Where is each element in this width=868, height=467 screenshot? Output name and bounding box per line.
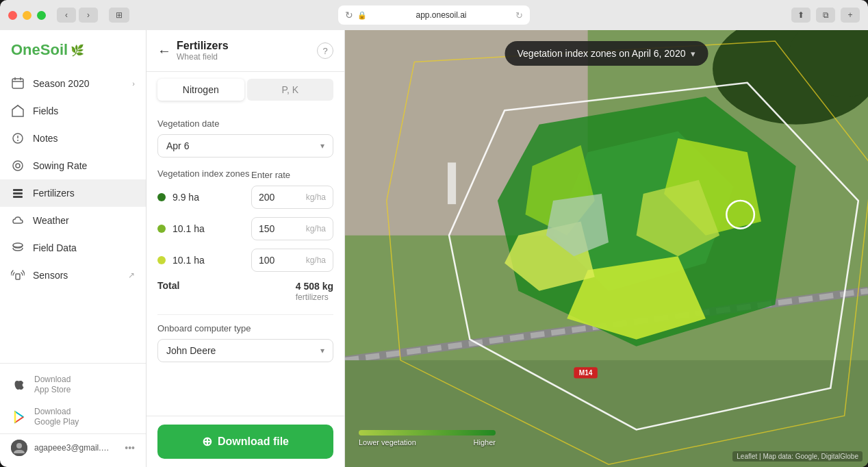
sidebar-item-sowing-rate[interactable]: Sowing Rate	[0, 152, 146, 179]
rate-value-3: 100	[259, 255, 302, 266]
svg-text:M14: M14	[579, 369, 593, 377]
field-data-icon	[11, 241, 25, 255]
sidebar-logo: OneSoil 🌿	[0, 30, 146, 67]
download-btn-icon: ⊕	[202, 434, 212, 449]
tab-pk[interactable]: P, K	[247, 79, 334, 101]
vegetation-date-dropdown[interactable]: Apr 6 ▾	[157, 134, 333, 157]
sidebar-navigation: Season 2020 › Fields Notes	[0, 67, 146, 363]
zone-dot-2	[157, 225, 166, 233]
sidebar: OneSoil 🌿 Season 2020 › Fields	[0, 30, 146, 467]
google-play-icon	[11, 409, 27, 425]
dropdown-arrow-icon: ▾	[320, 141, 324, 151]
rate-unit-3: kg/ha	[306, 255, 326, 265]
rate-input-3[interactable]: 100 kg/ha	[251, 249, 333, 272]
svg-point-20	[16, 443, 22, 449]
tab-nitrogen[interactable]: Nitrogen	[157, 79, 244, 101]
close-button[interactable]	[8, 11, 17, 20]
svg-point-7	[17, 140, 18, 141]
zone-row-2: 10.1 ha 150 kg/ha	[157, 217, 333, 240]
fertilizers-icon	[11, 186, 25, 200]
map-pill-label: Vegetation index zones on April 6, 2020	[518, 48, 686, 59]
tabs-button[interactable]: ⧉	[816, 8, 835, 23]
sidebar-item-fields[interactable]: Fields	[0, 97, 146, 125]
panel-content: Vegetation date Apr 6 ▾ Vegetation index…	[146, 108, 344, 416]
download-googleplay[interactable]: Download Google Play	[0, 401, 146, 433]
logo-text: OneSoil	[11, 41, 68, 59]
back-arrow-icon[interactable]: ←	[157, 43, 171, 59]
reload-icon[interactable]: ↻	[345, 10, 353, 21]
forward-button[interactable]: ›	[79, 8, 98, 23]
fullscreen-button[interactable]	[37, 11, 46, 20]
zone-row-1: 9.9 ha 200 kg/ha	[157, 186, 333, 209]
rate-input-1[interactable]: 200 kg/ha	[251, 186, 333, 209]
panel-title: Fertilizers	[177, 40, 317, 52]
sidebar-item-season[interactable]: Season 2020 ›	[0, 70, 146, 97]
zone-row-3: 10.1 ha 100 kg/ha	[157, 249, 333, 272]
sidebar-footer: Download App Store Download Google Play	[0, 363, 146, 467]
rate-unit-2: kg/ha	[306, 224, 326, 233]
calendar-icon	[11, 77, 25, 90]
minimize-button[interactable]	[23, 11, 31, 20]
share-button[interactable]: ⬆	[791, 8, 810, 23]
zones-header: Vegetation index zones Enter rate	[157, 168, 333, 180]
map-legend: Lower vegetation Higher	[359, 430, 496, 446]
logo-leaf-icon: 🌿	[71, 44, 84, 57]
onboard-computer-dropdown[interactable]: John Deere ▾	[157, 339, 333, 362]
user-menu-icon[interactable]: •••	[125, 442, 135, 453]
vegetation-date-label: Vegetation date	[157, 118, 333, 129]
sidebar-label-sensors: Sensors	[33, 270, 120, 281]
sidebar-label-season: Season 2020	[33, 78, 124, 89]
sidebar-item-sensors[interactable]: Sensors ↗	[0, 262, 146, 289]
svg-line-17	[15, 417, 23, 422]
sidebar-item-fertilizers[interactable]: Fertilizers	[0, 179, 146, 207]
panel-header: ← Fertilizers Wheat field ?	[146, 30, 344, 72]
legend-lower-label: Lower vegetation	[359, 438, 416, 446]
download-file-button[interactable]: ⊕ Download file	[157, 425, 333, 459]
user-avatar	[11, 440, 27, 456]
fields-icon	[11, 104, 25, 118]
svg-point-9	[16, 164, 20, 168]
map-area[interactable]: M14 Vegetation index zones on April 6, 2…	[345, 30, 868, 467]
svg-rect-11	[13, 192, 23, 194]
rate-unit-1: kg/ha	[306, 192, 326, 202]
total-value: 4 508 kg	[296, 280, 333, 292]
download-appstore[interactable]: Download App Store	[0, 369, 146, 401]
sidebar-item-notes[interactable]: Notes	[0, 125, 146, 152]
appstore-label-top: Download	[34, 375, 71, 386]
sidebar-toggle[interactable]: ⊞	[109, 8, 129, 23]
svg-rect-12	[13, 196, 23, 198]
chevron-right-icon: ›	[132, 79, 135, 88]
sensors-icon	[11, 268, 25, 282]
svg-line-16	[15, 412, 23, 417]
titlebar-right: ⬆ ⧉ +	[791, 8, 860, 23]
back-button[interactable]: ‹	[57, 8, 76, 23]
legend-labels: Lower vegetation Higher	[359, 438, 496, 446]
map-pill[interactable]: Vegetation index zones on April 6, 2020 …	[505, 41, 709, 66]
help-button[interactable]: ?	[317, 42, 333, 59]
sidebar-item-field-data[interactable]: Field Data	[0, 234, 146, 262]
address-bar[interactable]: ↻ 🔒 app.onesoil.ai ↻	[338, 5, 530, 25]
lock-icon: 🔒	[357, 11, 367, 20]
appstore-label-bottom: App Store	[34, 385, 71, 396]
onboard-computer-value: John Deere	[166, 345, 216, 356]
traffic-lights	[8, 11, 46, 20]
app-body: OneSoil 🌿 Season 2020 › Fields	[0, 30, 868, 467]
user-profile[interactable]: agapeee3@gmail.… •••	[0, 433, 146, 462]
sidebar-label-sowing: Sowing Rate	[33, 160, 135, 171]
panel-subtitle: Wheat field	[177, 52, 317, 62]
computer-dropdown-arrow-icon: ▾	[320, 346, 324, 355]
map-attribution: Leaflet | Map data: Google, DigitalGlobe	[732, 451, 863, 462]
reload-right-icon[interactable]: ↻	[515, 10, 523, 21]
sidebar-item-weather[interactable]: Weather	[0, 207, 146, 234]
vegetation-date-value: Apr 6	[166, 140, 189, 151]
total-label: Total	[157, 280, 296, 291]
sidebar-label-field-data: Field Data	[33, 242, 135, 253]
svg-point-13	[13, 243, 23, 247]
rate-input-2[interactable]: 150 kg/ha	[251, 217, 333, 240]
external-link-icon: ↗	[128, 270, 135, 280]
googleplay-text: Download Google Play	[34, 407, 79, 428]
titlebar: ‹ › ⊞ ↻ 🔒 app.onesoil.ai ↻ ⬆ ⧉ +	[0, 0, 868, 30]
new-tab-button[interactable]: +	[841, 8, 860, 23]
download-btn-label: Download file	[218, 436, 289, 448]
zone-area-1: 9.9 ha	[173, 192, 244, 203]
